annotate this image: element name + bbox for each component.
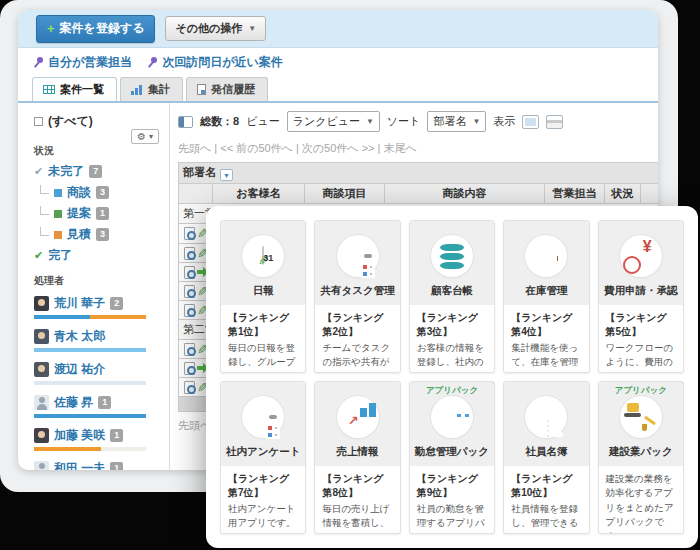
view-select[interactable]: ランクビュー▼ [287,111,380,132]
app-icon-circle [337,396,379,438]
collapse-sidebar-icon[interactable] [178,116,193,128]
bar-segment [34,381,146,385]
app-description: 社員の勤怠を管理するアプリパックです。 [417,502,487,534]
more-actions-button[interactable]: その他の操作 ▼ [165,16,266,41]
status-section-title: 状況 [34,144,161,158]
view-select-value: ランクビュー [293,114,360,129]
app-card: アプリパック勤怠管理パック【ランキング第9位】社員の勤怠を管理するアプリパックで… [409,381,495,534]
pinned-view-my-sales[interactable]: 自分が営業担当 [34,54,132,71]
app-description: 建設業の業務を効率化するアプリをまとめたアプリパックです。 [606,472,676,534]
app-card: アプリパック建設業パック建設業の業務を効率化するアプリをまとめたアプリパックです… [598,381,684,534]
app-description: チームでタスクの指示や共有ができるアプリです。 [322,341,392,373]
avatar [34,329,49,344]
status-filter-item[interactable]: ✔未完了7 [34,163,161,180]
assignee-item[interactable]: 渡辺 祐介 [34,361,161,385]
app-card: 社内アンケート【ランキング第7位】社内アンケート用アプリです。登録者へのメッセー… [220,381,306,534]
total-count: 総数：8 [200,114,239,129]
app-icon-circle [337,235,379,277]
bar-segment [34,414,146,418]
app-icon-circle [242,396,284,438]
view-record-icon[interactable] [184,266,195,279]
assignee-item[interactable]: 荒川 華子2 [34,295,161,319]
status-filter-item[interactable]: ✔完了 [34,247,161,264]
assignee-section-title: 処理者 [34,274,161,288]
bar-chart-icon [131,85,143,95]
app-card: 社員名簿【ランキング第10位】社員情報を登録し、管理できるアプリです。詳細を見る… [503,381,589,534]
assignee-item[interactable]: 佐藤 昇1 [34,394,161,418]
column-header [179,184,213,204]
app-card: 売上情報【ランキング第8位】毎日の売り上げ情報を蓄積し、管理・共有するアプリです… [314,381,400,534]
app-name: 社内アンケート [225,445,301,459]
caret-down-icon: ▾ [149,133,153,141]
register-case-button[interactable]: + 案件を登録する [36,15,155,43]
database-icon [440,244,464,269]
bar-segment [34,447,101,451]
sidebar-settings-button[interactable]: ⚙▾ [131,129,159,144]
app-pack-label: アプリパック [410,385,494,397]
view-record-icon[interactable] [184,381,195,394]
view-record-icon[interactable] [184,227,195,240]
sort-label: ソート [387,114,421,129]
column-header: 営業担当 [545,184,605,204]
sort-select[interactable]: 部署名▼ [427,111,486,132]
bar-segment [34,348,146,352]
assignee-item[interactable]: 青木 太郎 [34,328,161,352]
filter-all[interactable]: (すべて) [34,113,161,130]
pinned-view-label: 自分が営業担当 [48,54,132,71]
app-name: 在庫管理 [508,284,584,298]
app-rank: 【ランキング第3位】 [417,311,487,339]
view-record-icon[interactable] [184,247,195,260]
caret-down-icon[interactable]: ▼ [220,169,233,181]
app-name: 売上情報 [319,445,395,459]
plus-icon: + [47,22,55,35]
status-filter-item[interactable]: 提案1 [40,205,161,222]
view-record-icon[interactable] [184,285,195,298]
app-card: 共有タスク管理【ランキング第2位】チームでタスクの指示や共有ができるアプリです。… [314,220,400,373]
app-rank: 【ランキング第10位】 [511,472,581,500]
assignee-item[interactable]: 加藤 美咲1 [34,427,161,451]
status-color-icon [54,231,62,239]
app-card: 在庫管理【ランキング第4位】集計機能を使って、在庫を管理するアプリです。詳細を見… [503,220,589,373]
app-name: 共有タスク管理 [319,284,395,298]
count-badge: 1 [110,462,123,470]
status-color-icon [54,189,62,197]
apps-overlay-panel: ✎日報【ランキング第1位】毎日の日報を登録し、グループ間で管理・共有するアプリで… [206,206,698,548]
assignee-progress-bar [34,381,146,385]
check-icon: ✔ [34,166,43,177]
column-header: 状況 [605,184,641,204]
pagination-top[interactable]: 先頭へ | << 前の50件へ | 次の50件へ >> | 末尾へ [178,138,658,162]
app-description: 毎日の日報を登録し、グループ間で管理・共有するアプリです。 [228,341,298,373]
app-rank: 【ランキング第2位】 [322,311,392,339]
app-icon-circle: ✎ [242,235,284,277]
gear-icon: ⚙ [137,131,146,142]
status-filter-item[interactable]: 商談3 [40,184,161,201]
status-filter-label: 完了 [48,247,72,264]
app-rank: 【ランキング第5位】 [606,311,676,339]
register-case-label: 案件を登録する [60,20,145,37]
tab-aggregate[interactable]: 集計 [120,77,183,101]
app-name: 勤怠管理パック [414,445,490,459]
grid-icon [43,85,55,94]
status-filter-item[interactable]: 見積3 [40,226,161,243]
pinned-view-upcoming-visits[interactable]: 次回訪問日が近い案件 [148,54,283,71]
app-rank: 【ランキング第9位】 [417,472,487,500]
checkbox-icon [34,117,43,126]
app-description: 社員情報を登録し、管理できるアプリです。 [511,502,581,534]
app-rank: 【ランキング第4位】 [511,311,581,339]
tab-case-list[interactable]: 案件一覧 [32,77,117,101]
assignee-item[interactable]: 和田 一夫1 [34,460,161,470]
view-record-icon[interactable] [184,362,195,375]
avatar [34,395,49,410]
display-grid-toggle[interactable] [522,115,539,129]
status-filter-label: 未完了 [48,163,84,180]
filter-all-label: (すべて) [48,114,93,128]
tab-label: 集計 [148,82,170,97]
app-description: ワークフローのように、費用の申請と承認管理ができるアプリです。 [606,341,676,373]
view-record-icon[interactable] [184,304,195,317]
tab-call-history[interactable]: 発信履歴 [186,77,268,101]
tab-bar: 案件一覧 集計 発信履歴 [18,75,658,103]
avatar [34,461,49,470]
assignee-progress-bar [34,315,146,319]
display-list-toggle[interactable] [546,115,563,129]
view-record-icon[interactable] [184,343,195,356]
